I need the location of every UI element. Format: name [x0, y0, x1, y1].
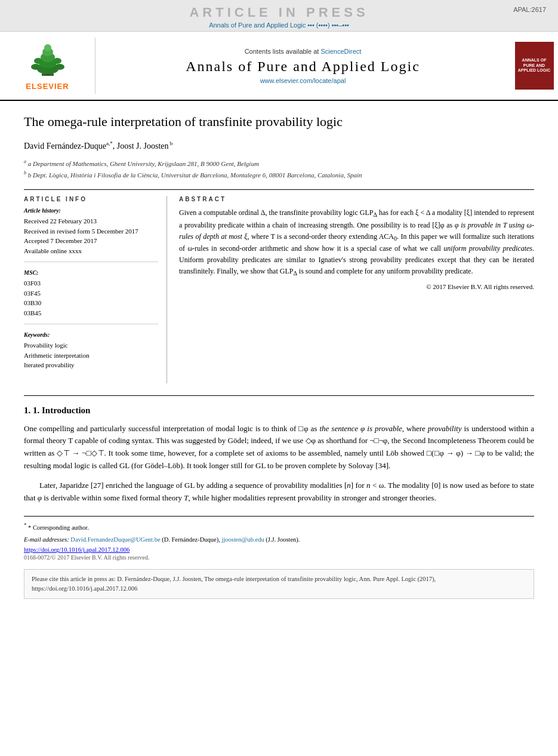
italic-T: T	[184, 493, 188, 502]
svg-point-8	[55, 64, 64, 70]
email-name-joosten: (J.J. Joosten).	[266, 536, 300, 543]
doi-line[interactable]: https://doi.org/10.1016/j.apal.2017.12.0…	[24, 546, 534, 553]
abstract-label: ABSTRACT	[179, 196, 534, 202]
journal-link[interactable]: Annals of Pure and Applied Logic ••• (••…	[0, 21, 558, 29]
author-sup-a: a,*	[106, 140, 113, 146]
affil-b-text: b Dept. Lògica, Història i Filosofia de …	[28, 171, 362, 179]
footnote-star: *	[24, 522, 26, 528]
main-content: The omega-rule interpretation of transfi…	[0, 101, 558, 611]
corresponding-author-text: * Corresponding author.	[28, 524, 89, 531]
abstract-italic-2: uniform provability predicates	[443, 244, 532, 253]
msc-code-1: 03F03	[24, 278, 158, 288]
received-revised-date: Received in revised form 5 December 2017	[24, 226, 158, 236]
svg-point-10	[53, 58, 61, 64]
history-content: Received 22 February 2013 Received in re…	[24, 216, 158, 256]
doi-link[interactable]: https://doi.org/10.1016/j.apal.2017.12.0…	[24, 546, 130, 553]
keywords-label: Keywords:	[24, 331, 158, 338]
contents-available-text: Contents lists available at	[245, 48, 319, 55]
msc-code-3: 03B30	[24, 298, 158, 308]
aca-sub: 0	[394, 235, 397, 242]
email-label: E-mail addresses:	[24, 536, 69, 543]
section-divider	[24, 395, 534, 396]
article-info-label: ARTICLE INFO	[24, 196, 158, 202]
journal-title: Annals of Pure and Applied Logic	[186, 59, 420, 75]
top-banner: ARTICLE IN PRESS APAL:2617 Annals of Pur…	[0, 0, 558, 32]
journal-logo-right: ANNALS OF PURE AND APPLIED LOGIC	[510, 38, 558, 94]
article-in-press-label: ARTICLE IN PRESS	[0, 5, 558, 20]
glp-sub-2: Δ	[293, 270, 297, 276]
authors-line: David Fernández-Duquea,*, Joost J. Joost…	[24, 140, 534, 152]
history-block: Article history: Received 22 February 20…	[24, 207, 158, 262]
author-sup-b: b	[169, 140, 173, 146]
article-title: The omega-rule interpretation of transfi…	[24, 113, 534, 131]
science-direct-link[interactable]: ScienceDirect	[320, 48, 361, 55]
msc-block: MSC: 03F03 03F45 03B30 03B45	[24, 269, 158, 324]
author-david: David Fernández-Duque	[24, 142, 106, 150]
keyword-1: Provability logic	[24, 340, 158, 351]
msc-label: MSC:	[24, 269, 158, 276]
email-link-joosten[interactable]: jjoosten@ub.edu	[222, 536, 264, 543]
affil-b-sup: b	[24, 170, 26, 176]
email-name-david: (D. Fernández-Duque),	[162, 536, 221, 543]
section-title: 1. Introduction	[33, 405, 90, 415]
history-label: Article history:	[24, 207, 158, 214]
journal-logo-box: ANNALS OF PURE AND APPLIED LOGIC	[515, 42, 554, 90]
received-date: Received 22 February 2013	[24, 216, 158, 226]
elsevier-tree-icon	[24, 41, 72, 79]
svg-point-6	[44, 44, 51, 51]
keywords-content: Provability logic Arithmetic interpretat…	[24, 340, 158, 370]
italic-n: n	[347, 481, 351, 490]
journal-url[interactable]: www.elsevier.com/locate/apal	[260, 77, 346, 84]
affil-b: b b Dept. Lògica, Història i Filosofia d…	[24, 170, 534, 180]
copyright: © 2017 Elsevier B.V. All rights reserved…	[179, 283, 534, 290]
email-footnote: E-mail addresses: David.FernandezDuque@U…	[24, 535, 534, 545]
msc-content: 03F03 03F45 03B30 03B45	[24, 278, 158, 318]
section-num: 1.	[24, 405, 30, 415]
two-col-section: ARTICLE INFO Article history: Received 2…	[24, 189, 534, 383]
keywords-block: Keywords: Provability logic Arithmetic i…	[24, 331, 158, 376]
keyword-3: Iterated provability	[24, 360, 158, 370]
accepted-date: Accepted 7 December 2017	[24, 236, 158, 246]
abstract-col: ABSTRACT Given a computable ordinal Δ, t…	[179, 196, 534, 383]
affil-a: a a Department of Mathematics, Ghent Uni…	[24, 158, 534, 168]
affil-a-text: a Department of Mathematics, Ghent Unive…	[28, 159, 259, 167]
author-joost: Joost J. Joosten	[117, 142, 169, 150]
introduction-heading: 1. 1. Introduction	[24, 405, 534, 416]
logo-box-text: ANNALS OF PURE AND APPLIED LOGIC	[518, 58, 551, 73]
intro-para-1: One compelling and particularly successf…	[24, 423, 534, 472]
apal-reference: APAL:2617	[513, 6, 546, 13]
abstract-italic-1: φ is provable in T using ω-rules of dept…	[179, 221, 534, 241]
msc-code-4: 03B45	[24, 308, 158, 318]
issn-line: 0168-0072/© 2017 Elsevier B.V. All right…	[24, 554, 534, 561]
elsevier-wordmark: ELSEVIER	[26, 82, 69, 91]
italic-n2: n	[366, 481, 371, 490]
header-center: Contents lists available at ScienceDirec…	[95, 38, 510, 94]
citation-box: Please cite this article in press as: D.…	[24, 569, 534, 599]
italic-sentence: the sentence φ is provable	[319, 424, 402, 433]
science-direct-line: Contents lists available at ScienceDirec…	[245, 48, 362, 55]
elsevier-logo: ELSEVIER	[0, 38, 95, 94]
footnote-area: * * Corresponding author. E-mail address…	[24, 516, 534, 561]
article-info-col: ARTICLE INFO Article history: Received 2…	[24, 196, 167, 383]
svg-point-9	[34, 58, 42, 64]
email-link-david[interactable]: David.FernandezDuque@UGent.be	[70, 536, 160, 543]
affiliations: a a Department of Mathematics, Ghent Uni…	[24, 158, 534, 180]
abstract-text: Given a computable ordinal Δ, the transf…	[179, 207, 534, 278]
corresponding-author-note: * * Corresponding author.	[24, 521, 534, 532]
glp-sub: Δ	[373, 212, 377, 219]
available-online: Available online xxxx	[24, 246, 158, 256]
affil-a-sup: a	[24, 159, 26, 164]
citation-text: Please cite this article in press as: D.…	[32, 576, 436, 592]
italic-provability: provability	[428, 424, 462, 433]
header-area: ELSEVIER Contents lists available at Sci…	[0, 32, 558, 101]
msc-code-2: 03F45	[24, 288, 158, 299]
italic-phi: φ	[38, 493, 42, 502]
intro-para-2: Later, Japaridze [27] enriched the langu…	[24, 480, 534, 505]
svg-point-7	[31, 64, 41, 70]
keyword-2: Arithmetic interpretation	[24, 351, 158, 361]
